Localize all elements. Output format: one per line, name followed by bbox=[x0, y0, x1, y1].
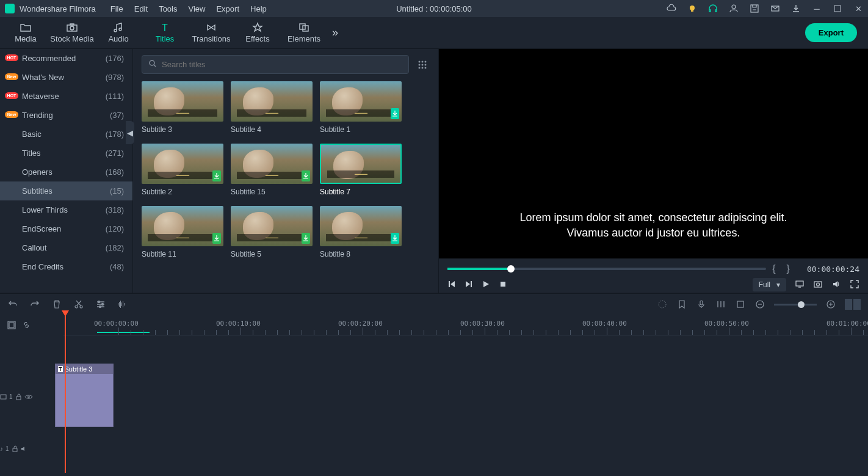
timeline-clip[interactable]: T Subtitle 3 bbox=[55, 364, 114, 427]
progress-bar[interactable] bbox=[447, 268, 766, 270]
sidebar-item-trending[interactable]: NewTrending(37) bbox=[0, 106, 132, 125]
menu-edit[interactable]: Edit bbox=[134, 4, 148, 13]
tab-audio[interactable]: Audio bbox=[95, 20, 142, 46]
zoom-thumb-icon[interactable] bbox=[798, 301, 805, 308]
menu-tools[interactable]: Tools bbox=[159, 4, 177, 13]
cloud-icon[interactable] bbox=[667, 4, 676, 13]
thumbnail-subtitle-5[interactable]: ━━━━━━━Subtitle 5 bbox=[231, 206, 313, 258]
eye-icon[interactable] bbox=[24, 394, 33, 400]
preview-subtitle-text: Lorem ipsum dolor sit amet, consectetur … bbox=[519, 210, 787, 241]
menu-export[interactable]: Export bbox=[216, 4, 239, 13]
tab-titles[interactable]: TTitles bbox=[142, 20, 188, 46]
play-icon[interactable] bbox=[482, 280, 490, 290]
cut-icon[interactable] bbox=[73, 299, 84, 310]
thumbnail-subtitle-11[interactable]: ━━━━━━━Subtitle 11 bbox=[142, 206, 223, 258]
sidebar-count: (978) bbox=[106, 73, 124, 82]
save-icon[interactable] bbox=[750, 4, 759, 13]
settings-icon[interactable] bbox=[95, 299, 106, 310]
playhead[interactable] bbox=[65, 314, 66, 473]
more-tabs-icon[interactable]: » bbox=[332, 26, 350, 39]
menu-view[interactable]: View bbox=[188, 4, 205, 13]
menu-help[interactable]: Help bbox=[250, 4, 267, 13]
fullscreen-icon[interactable] bbox=[850, 279, 859, 291]
layout-toggle[interactable] bbox=[845, 299, 861, 310]
lightbulb-icon[interactable] bbox=[687, 4, 697, 13]
svg-point-7 bbox=[70, 26, 74, 30]
render-icon[interactable] bbox=[657, 299, 668, 310]
quality-selector[interactable]: Full▾ bbox=[753, 278, 786, 291]
mark-in-out-icon[interactable]: {} bbox=[772, 263, 801, 274]
svg-point-2 bbox=[732, 5, 736, 9]
prev-frame-icon[interactable] bbox=[447, 280, 456, 290]
link-icon[interactable] bbox=[21, 320, 32, 331]
search-input[interactable] bbox=[162, 60, 402, 69]
voiceover-icon[interactable] bbox=[696, 299, 707, 310]
progress-thumb-icon[interactable] bbox=[507, 265, 515, 273]
speaker-icon[interactable] bbox=[21, 445, 28, 452]
tab-effects[interactable]: Effects bbox=[234, 20, 281, 46]
video-track-label[interactable]: 1 bbox=[0, 394, 33, 400]
next-frame-icon[interactable] bbox=[465, 280, 473, 290]
grid-view-icon[interactable] bbox=[415, 57, 430, 72]
close-icon[interactable]: ✕ bbox=[853, 4, 863, 13]
export-button[interactable]: Export bbox=[805, 23, 857, 42]
lock-icon[interactable] bbox=[15, 394, 22, 400]
thumbnail-subtitle-8[interactable]: ━━━━━━━Subtitle 8 bbox=[320, 206, 402, 258]
sidebar-item-lower-thirds[interactable]: Lower Thirds(318) bbox=[0, 200, 132, 219]
sidebar-item-titles[interactable]: Titles(271) bbox=[0, 144, 132, 163]
thumbnail-subtitle-2[interactable]: ━━━━━━━Subtitle 2 bbox=[142, 144, 223, 196]
tab-elements[interactable]: Elements bbox=[281, 20, 327, 46]
lock-icon[interactable] bbox=[12, 445, 18, 452]
zoom-slider[interactable] bbox=[774, 304, 817, 306]
snapshot-icon[interactable] bbox=[813, 279, 823, 291]
mixer-icon[interactable] bbox=[715, 299, 726, 310]
thumbnail-subtitle-3[interactable]: ━━━━━━━Subtitle 3 bbox=[142, 81, 223, 134]
sidebar-item-openers[interactable]: Openers(168) bbox=[0, 163, 132, 181]
preview-controls: {} 00:00:00:24 Full▾ bbox=[439, 258, 868, 293]
new-badge: New bbox=[5, 111, 18, 118]
maximize-icon[interactable] bbox=[833, 4, 842, 13]
menu-file[interactable]: File bbox=[110, 4, 123, 13]
crop-icon[interactable] bbox=[735, 299, 746, 310]
tab-transitions[interactable]: Transitions bbox=[188, 20, 234, 46]
headphones-icon[interactable] bbox=[708, 4, 718, 13]
sidebar-item-subtitles[interactable]: Subtitles(15) bbox=[0, 181, 132, 200]
preview-video[interactable]: Lorem ipsum dolor sit amet, consectetur … bbox=[439, 49, 868, 258]
thumbnail-subtitle-4[interactable]: ━━━━━━━Subtitle 4 bbox=[231, 81, 313, 134]
zoom-out-icon[interactable] bbox=[754, 299, 765, 310]
user-icon[interactable] bbox=[729, 4, 739, 13]
sidebar-item-end-credits[interactable]: End Credits(48) bbox=[0, 257, 132, 276]
sidebar-item-recommended[interactable]: HOTRecommended(176) bbox=[0, 49, 132, 68]
tab-media[interactable]: Media bbox=[2, 20, 49, 46]
timeline-ruler[interactable]: 00:00:00:0000:00:10:0000:00:20:0000:00:3… bbox=[63, 315, 868, 335]
sidebar-item-basic[interactable]: Basic(178) bbox=[0, 125, 132, 144]
sidebar-item-metaverse[interactable]: HOTMetaverse(111) bbox=[0, 87, 132, 106]
sidebar-item-callout[interactable]: Callout(182) bbox=[0, 238, 132, 257]
thumbnail-subtitle-15[interactable]: ━━━━━━━Subtitle 15 bbox=[231, 144, 313, 196]
svg-rect-3 bbox=[751, 5, 758, 12]
volume-icon[interactable] bbox=[831, 279, 841, 291]
sidebar-collapse-icon[interactable]: ◀ bbox=[126, 121, 134, 144]
thumbnail-subtitle-7[interactable]: ━━━━━━━Subtitle 7 bbox=[320, 144, 402, 196]
tab-stock-media[interactable]: Stock Media bbox=[49, 20, 95, 46]
thumbnail-subtitle-1[interactable]: ━━━━━━━Subtitle 1 bbox=[320, 81, 402, 134]
toolbar-tabs: Media Stock Media Audio TTitles Transiti… bbox=[2, 20, 327, 46]
marker-icon[interactable] bbox=[676, 299, 687, 310]
minimize-icon[interactable]: ─ bbox=[812, 4, 822, 13]
display-icon[interactable] bbox=[795, 279, 805, 291]
fit-icon[interactable] bbox=[6, 320, 17, 331]
audio-wave-icon[interactable] bbox=[117, 299, 128, 310]
audio-track-label[interactable]: ♪1 bbox=[0, 445, 28, 452]
stop-icon[interactable] bbox=[499, 280, 507, 290]
sidebar-item-what-s-new[interactable]: NewWhat's New(978) bbox=[0, 68, 132, 87]
delete-icon[interactable] bbox=[51, 299, 62, 310]
download-icon[interactable] bbox=[791, 4, 801, 13]
svg-rect-49 bbox=[13, 449, 17, 452]
redo-icon[interactable] bbox=[29, 299, 40, 310]
mail-icon[interactable] bbox=[770, 4, 780, 13]
undo-icon[interactable] bbox=[7, 299, 18, 310]
timeline-tracks[interactable]: 1 ♪1 T Subtitle 3 bbox=[32, 335, 868, 458]
search-box[interactable] bbox=[142, 55, 409, 74]
sidebar-item-endscreen[interactable]: EndScreen(120) bbox=[0, 219, 132, 238]
zoom-in-icon[interactable] bbox=[825, 299, 836, 310]
